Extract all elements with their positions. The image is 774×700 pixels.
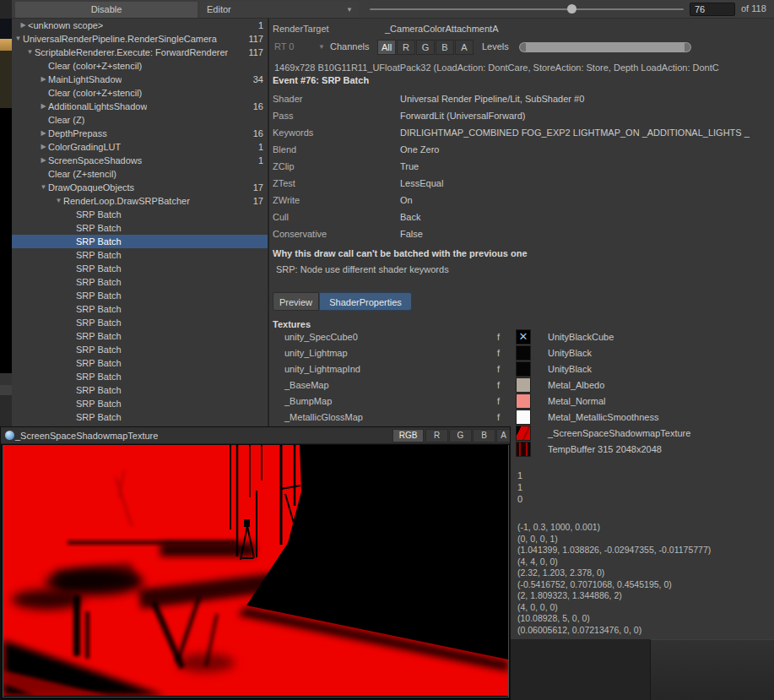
expander-icon[interactable]: ▶ [39,100,48,113]
levels-slider[interactable] [519,42,691,52]
expander-icon[interactable]: ▶ [39,73,48,86]
tree-row-count: 117 [248,46,263,59]
tree-row[interactable]: SRP Batch [12,383,268,397]
scene-sliver-segment [0,51,12,108]
expander-icon[interactable]: ▶ [39,154,48,167]
tree-row[interactable]: SRP Batch [12,262,268,275]
tree-row-label: MainLightShadow [48,73,122,86]
tree-row[interactable]: SRP Batch [12,275,268,289]
tree-row[interactable]: SRP Batch [12,302,268,316]
channel-button-a[interactable]: A [455,40,474,55]
tree-row-label: SRP Batch [76,302,122,316]
float-value: 1 [517,481,522,493]
expander-icon[interactable]: ▶ [39,127,48,140]
texture-preview-window: _ScreenSpaceShadowmapTexture RGB R G B A [0,426,511,700]
tree-row[interactable]: Clear (Z) [12,113,268,127]
channel-button-r[interactable]: R [397,40,415,55]
frame-slider-track[interactable] [370,8,684,10]
tree-row-selected[interactable]: SRP Batch [12,235,268,248]
texture-thumbnail[interactable] [516,377,531,393]
texture-stage-flag: f [497,377,500,393]
expander-icon[interactable]: ▶ [19,19,28,32]
texture-thumbnail[interactable] [516,345,531,361]
tree-row[interactable]: SRP Batch [12,208,268,221]
tree-row-count: 1 [258,19,263,32]
expander-icon[interactable]: ▶ [39,140,48,154]
texture-thumbnail[interactable] [516,426,531,441]
frame-total-label: of 118 [741,3,766,14]
tree-row[interactable]: Clear (color+Z+stencil) [12,59,268,73]
tree-row-label: SRP Batch [76,410,122,424]
tree-row[interactable]: ▶ColorGradingLUT1 [12,140,268,154]
texture-thumbnail[interactable] [516,410,531,425]
texture-thumbnail[interactable] [516,442,531,457]
frame-slider-thumb[interactable] [567,4,576,14]
disable-button[interactable]: Disable [15,2,198,18]
tab-preview[interactable]: Preview [273,292,319,311]
channel-button-b[interactable]: B [436,40,454,55]
expander-icon[interactable]: ▼ [54,194,63,208]
levels-min-handle[interactable] [520,43,526,52]
tree-row-count: 17 [253,194,263,208]
tree-row[interactable]: SRP Batch [12,410,268,424]
detail-row: KeywordsDIRLIGHTMAP_COMBINED FOG_EXP2 LI… [269,124,774,141]
expander-icon[interactable]: ▼ [14,32,23,46]
tree-row[interactable]: ▼DrawOpaqueObjects17 [12,181,268,194]
detail-row: ConservativeFalse [269,225,774,242]
tree-row[interactable]: ▶DepthPrepass16 [12,127,268,140]
levels-max-handle[interactable] [685,43,690,52]
tree-row-label: Clear (Z+stencil) [48,167,116,181]
channel-button-g[interactable]: G [416,40,435,55]
tree-row-label: SRP Batch [76,289,122,302]
tree-row-label: RenderLoop.DrawSRPBatcher [63,194,190,208]
tree-row[interactable]: ▶<unknown scope>1 [12,19,268,32]
tree-row[interactable]: ▶AdditionalLightsShadow16 [12,100,268,113]
tree-row[interactable]: ▼UniversalRenderPipeline.RenderSingleCam… [12,32,268,46]
tree-row[interactable]: ▶ScreenSpaceShadows1 [12,154,268,167]
tree-row[interactable]: SRP Batch [12,329,268,343]
texture-row: unity_LightmapIndfUnityBlack [269,361,774,377]
preview-channel-b-button[interactable]: B [473,429,495,442]
tree-row[interactable]: ▼RenderLoop.DrawSRPBatcher17 [12,194,268,208]
tree-row-label: SRP Batch [76,208,122,221]
detail-value: Universal Render Pipeline/Lit, SubShader… [400,90,773,107]
tree-row[interactable]: SRP Batch [12,248,268,262]
detail-row: CullBack [269,209,774,225]
frame-number-input[interactable]: 76 [690,3,735,16]
tree-row[interactable]: SRP Batch [12,221,268,235]
texture-property-name: _MetallicGlossMap [284,410,363,426]
detail-label: Cull [273,209,289,225]
tree-row[interactable]: SRP Batch [12,343,268,356]
tab-shader-properties[interactable]: ShaderProperties [319,292,412,311]
texture-thumbnail[interactable] [516,393,531,409]
tree-row[interactable]: Clear (color+Z+stencil) [12,86,268,100]
texture-thumbnail[interactable] [516,361,531,377]
preview-channel-r-button[interactable]: R [425,429,448,442]
expander-icon[interactable]: ▼ [39,181,48,194]
frame-debugger-window: Disable Editor ▼ 76 of 118 ▶<unknown sco… [0,0,774,700]
preview-channel-rgb-button[interactable]: RGB [392,429,424,442]
texture-row: unity_LightmapfUnityBlack [269,345,774,361]
texture-thumbnail[interactable]: ✕ [516,329,531,345]
texture-stage-flag: f [497,345,500,361]
expander-icon[interactable]: ▼ [25,46,35,59]
tree-row[interactable]: SRP Batch [12,289,268,302]
preview-channel-a-button[interactable]: A [496,429,510,442]
tree-row[interactable]: SRP Batch [12,397,268,410]
preview-channel-g-button[interactable]: G [449,429,472,442]
tree-row[interactable]: ▶MainLightShadow34 [12,73,268,86]
tree-row-label: SRP Batch [76,356,122,370]
shadowmap-preview-image[interactable] [3,445,509,697]
rt-index-dropdown[interactable]: RT 0 [274,41,294,52]
tree-row[interactable]: SRP Batch [12,370,268,383]
tree-row[interactable]: ▼ScriptableRenderer.Execute: ForwardRend… [12,46,268,59]
channel-button-all[interactable]: All [377,40,396,55]
tree-row[interactable]: Clear (Z+stencil) [12,167,268,181]
tree-row[interactable]: SRP Batch [12,316,268,329]
vector-value: (0.06005612, 0.07213476, 0, 0) [517,625,711,637]
detail-row: BlendOne Zero [269,141,774,158]
preview-titlebar[interactable]: _ScreenSpaceShadowmapTexture RGB R G B A [1,427,510,444]
texture-stage-flag: f [497,361,500,377]
tree-row[interactable]: SRP Batch [12,356,268,370]
target-selection-dropdown[interactable]: Editor ▼ [200,2,359,18]
